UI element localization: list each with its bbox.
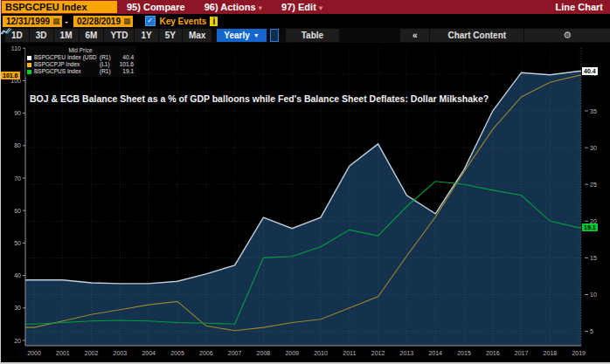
last-value-badge-us: 19.1 (582, 223, 598, 231)
chart-annotation-title: BOJ & ECB Balance Sheet as a % of GDP ba… (30, 93, 489, 104)
legend-value: 101.6 (120, 61, 134, 68)
x-axis-tick-label: 2001 (56, 350, 70, 356)
date-separator: - (62, 17, 72, 26)
x-axis-tick-label: 2006 (199, 350, 213, 356)
left-axis-tick-label: 80 (14, 142, 21, 148)
x-axis-tick-label: 2018 (544, 350, 558, 356)
right-axis-tick-label: 15 (590, 255, 597, 261)
chart-content-icon (1, 28, 10, 35)
period-button-3d[interactable]: 3D (30, 29, 53, 42)
x-axis-tick-label: 2005 (170, 350, 184, 356)
legend-name: BSPGCPJP Index (34, 61, 97, 68)
period-button-ytd[interactable]: YTD (104, 29, 134, 42)
chart-content-label: Chart Content (447, 29, 506, 42)
calendar-icon[interactable]: ▦ (52, 17, 60, 25)
left-axis-tick-label: 110 (11, 45, 21, 52)
line-chart-type-button[interactable] (270, 29, 279, 42)
x-axis-tick-label: 2007 (228, 350, 242, 356)
frequency-dropdown[interactable]: Yearly▼ (217, 29, 266, 42)
legend-item[interactable]: BSPGCPJP Index(L1)101.6 (27, 61, 134, 68)
right-axis-tick-label: 5 (590, 328, 593, 334)
x-axis-tick-label: 2012 (371, 350, 385, 356)
chart-legend[interactable]: Mid Price BSPGCPEU Index (USD)(R1)40.4BS… (25, 46, 136, 77)
calendar-icon[interactable]: ▦ (123, 17, 131, 25)
left-axis-tick-label: 70 (14, 175, 21, 182)
key-events-checkbox[interactable]: ✓ (145, 16, 156, 26)
chevron-down-icon: ▼ (253, 32, 260, 38)
x-axis-tick-label: 2015 (457, 350, 471, 356)
security-field[interactable]: BSPGCPEU Index (2, 1, 117, 13)
legend-swatch (27, 56, 31, 60)
start-date-field[interactable]: 12/31/1999▦ (3, 16, 62, 27)
x-axis-tick-label: 2008 (257, 350, 271, 356)
chart-content-button[interactable]: Chart Content (430, 29, 523, 42)
x-axis-tick-label: 2013 (400, 350, 414, 356)
period-button-max[interactable]: Max (183, 29, 211, 42)
x-axis-tick-label: 2011 (343, 350, 356, 356)
period-button-5y[interactable]: 5Y (159, 29, 182, 42)
frequency-value: Yearly (224, 31, 249, 40)
chevron-down-icon: ▾ (319, 3, 323, 12)
period-button-1y[interactable]: 1Y (135, 29, 157, 42)
x-axis-tick-label: 2002 (85, 350, 99, 356)
right-axis-tick-label: 30 (590, 145, 597, 151)
menu-edit[interactable]: 97) Edit▾ (272, 2, 332, 12)
right-axis-tick-label: 10 (590, 292, 597, 298)
toolbar-right-group: « Chart Content ⚙ (399, 28, 610, 43)
right-axis-tick-label: 35 (590, 108, 597, 114)
date-bar: 12/31/1999▦ - 02/28/2019▦ ✓ Key Events i (1, 14, 610, 28)
key-events-label: Key Events (160, 17, 207, 26)
left-axis-tick-label: 20 (14, 338, 21, 344)
x-axis-tick-label: 2003 (114, 350, 128, 356)
last-value-badge-jp: 101.6 (1, 72, 20, 79)
legend-value: 40.4 (122, 54, 134, 61)
legend-rows: BSPGCPEU Index (USD)(R1)40.4BSPGCPJP Ind… (27, 54, 134, 75)
start-date-value: 12/31/1999 (6, 16, 50, 27)
left-axis-tick-label: 60 (14, 208, 21, 214)
collapse-panel-button[interactable]: « (400, 29, 430, 42)
legend-axis: (L1) (100, 61, 112, 68)
period-button-6m[interactable]: 6M (80, 29, 104, 42)
left-axis-tick-label: 90 (14, 110, 21, 116)
left-axis-tick-label: 30 (14, 305, 21, 311)
gear-icon[interactable]: ⚙ (524, 29, 610, 42)
period-buttons: 1D3D1M6MYTD1Y5YMax (4, 28, 211, 43)
x-axis-tick-label: 2014 (428, 350, 442, 356)
legend-axis: (R1) (100, 68, 112, 75)
last-value-badge-eu: 40.4 (582, 67, 598, 75)
chart-plot[interactable]: 2030405060708090100110510152025303540200… (1, 43, 610, 364)
x-axis-tick-label: 2000 (27, 350, 41, 356)
menu-compare[interactable]: 95) Compare (117, 2, 195, 12)
table-button[interactable]: Table (286, 29, 339, 42)
x-axis-tick-label: 2004 (142, 350, 156, 356)
left-axis-tick-label: 50 (14, 240, 21, 246)
legend-value: 19.1 (122, 68, 134, 75)
x-axis-tick-label: 2009 (285, 350, 299, 356)
right-axis-tick-label: 25 (590, 182, 597, 188)
chart-type-label: Line Chart (549, 2, 610, 12)
chart-area[interactable]: 2030405060708090100110510152025303540200… (1, 43, 610, 364)
legend-item[interactable]: BSPGCPUS Index(R1)19.1 (27, 68, 134, 75)
info-icon[interactable]: i (210, 17, 218, 26)
chevron-down-icon: ▾ (259, 3, 263, 12)
legend-header: Mid Price (27, 47, 134, 53)
x-axis-tick-label: 2017 (515, 350, 529, 356)
legend-swatch (27, 70, 31, 74)
left-axis-tick-label: 40 (14, 272, 21, 278)
chart-toolbar: 1D3D1M6MYTD1Y5YMax Yearly▼ Table « Chart… (1, 28, 610, 43)
bloomberg-chart-window: BSPGCPEU Index 95) Compare 96) Actions▾ … (0, 0, 610, 364)
menu-bar: BSPGCPEU Index 95) Compare 96) Actions▾ … (1, 0, 610, 14)
end-date-value: 02/28/2019 (77, 16, 121, 27)
x-axis-tick-label: 2010 (314, 350, 328, 356)
menu-edit-label: 97) Edit (281, 2, 316, 12)
x-axis-tick-label: 2016 (486, 350, 500, 356)
legend-swatch (27, 63, 31, 67)
menu-actions[interactable]: 96) Actions▾ (195, 2, 272, 12)
end-date-field[interactable]: 02/28/2019▦ (73, 16, 133, 27)
legend-item[interactable]: BSPGCPEU Index (USD)(R1)40.4 (27, 54, 134, 61)
x-axis-tick-label: 2019 (572, 350, 586, 356)
menu-actions-label: 96) Actions (204, 2, 256, 12)
legend-name: BSPGCPEU Index (USD) (34, 54, 97, 61)
legend-axis: (R1) (100, 54, 112, 61)
period-button-1m[interactable]: 1M (54, 29, 79, 42)
